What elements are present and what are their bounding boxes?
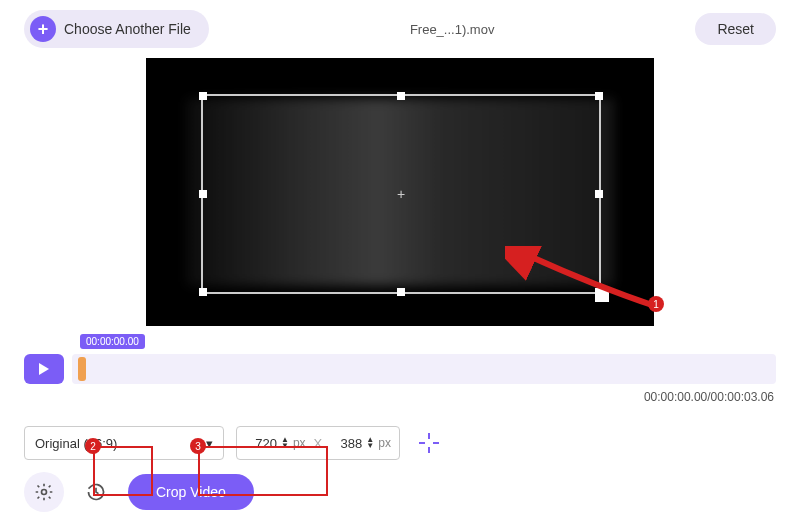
crop-handle-bottom-right[interactable]	[595, 288, 609, 302]
choose-file-label: Choose Another File	[64, 21, 191, 37]
aspect-ratio-label: Original (16:9)	[35, 436, 117, 451]
center-icon	[417, 431, 441, 455]
width-stepper[interactable]: ▲▼	[281, 437, 289, 449]
svg-point-4	[42, 490, 47, 495]
play-icon	[39, 363, 49, 375]
center-crop-button[interactable]	[412, 426, 446, 460]
time-display: 00:00:00.00/00:00:03.06	[24, 390, 776, 404]
current-time-badge: 00:00:00.00	[80, 334, 145, 349]
gear-icon	[34, 482, 54, 502]
crop-handle-top-mid[interactable]	[397, 92, 405, 100]
callout-badge-1: 1	[648, 296, 664, 312]
filename-display: Free_...1).mov	[221, 22, 684, 37]
dim-separator: X	[314, 436, 323, 451]
reset-button[interactable]: Reset	[695, 13, 776, 45]
settings-button[interactable]	[24, 472, 64, 512]
crop-center-icon: +	[397, 186, 405, 202]
crop-handle-top-left[interactable]	[199, 92, 207, 100]
crop-handle-bottom-mid[interactable]	[397, 288, 405, 296]
play-button[interactable]	[24, 354, 64, 384]
video-preview[interactable]: +	[146, 58, 654, 326]
timeline-track[interactable]	[72, 354, 776, 384]
history-button[interactable]	[76, 472, 116, 512]
callout-badge-3: 3	[190, 438, 206, 454]
crop-handle-mid-right[interactable]	[595, 190, 603, 198]
crop-selection[interactable]: +	[201, 94, 601, 294]
width-unit: px	[293, 436, 306, 450]
crop-handle-top-right[interactable]	[595, 92, 603, 100]
choose-file-button[interactable]: + Choose Another File	[24, 10, 209, 48]
width-value[interactable]: 720	[245, 436, 277, 451]
chevron-down-icon: ▾	[206, 436, 213, 451]
history-icon	[86, 482, 106, 502]
crop-handle-bottom-left[interactable]	[199, 288, 207, 296]
dimensions-input: 720 ▲▼ px X 388 ▲▼ px	[236, 426, 400, 460]
timeline-playhead[interactable]	[78, 357, 86, 381]
callout-badge-2: 2	[85, 438, 101, 454]
crop-handle-mid-left[interactable]	[199, 190, 207, 198]
crop-video-button[interactable]: Crop Video	[128, 474, 254, 510]
height-value[interactable]: 388	[330, 436, 362, 451]
height-stepper[interactable]: ▲▼	[366, 437, 374, 449]
height-unit: px	[378, 436, 391, 450]
plus-icon: +	[30, 16, 56, 42]
